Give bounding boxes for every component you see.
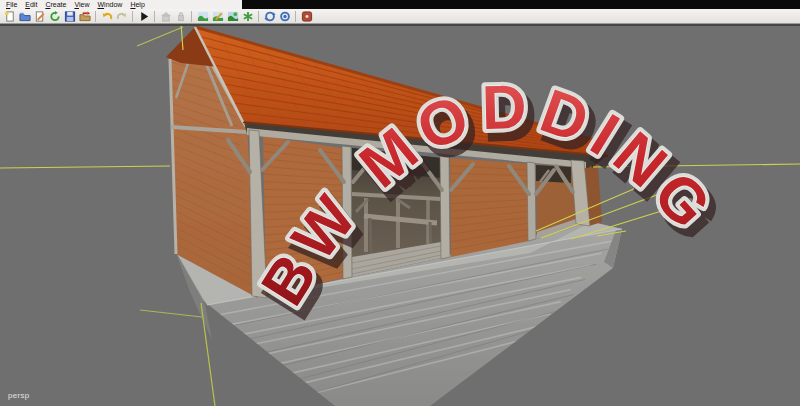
info-icon	[301, 10, 313, 23]
viewport-border	[0, 24, 800, 26]
toolbar-button-terrain-foliage[interactable]	[226, 10, 240, 23]
menu-item-create[interactable]: Create	[41, 0, 70, 9]
menu-bar: FileEditCreateViewWindowHelp	[0, 0, 800, 9]
toolbar-separator	[295, 11, 296, 22]
reload-icon	[49, 10, 61, 23]
toolbar-button-physics-settings[interactable]	[278, 10, 292, 23]
toolbar-button-redo[interactable]	[115, 10, 129, 23]
physics-settings-icon	[279, 10, 291, 23]
viewport-3d[interactable]: BW MODDING BW MODDING BW MODDING	[0, 0, 800, 406]
toolbar-separator	[95, 11, 96, 22]
save-icon	[64, 10, 76, 23]
toolbar-button-physics-toggle[interactable]	[263, 10, 277, 23]
toolbar-button-lock[interactable]	[174, 10, 188, 23]
camera-label: persp	[8, 391, 30, 400]
toolbar-separator	[132, 11, 133, 22]
toolbar-button-save[interactable]	[63, 10, 77, 23]
terrain-sculpt-icon	[197, 10, 209, 23]
menu-item-help[interactable]: Help	[126, 0, 148, 9]
toolbar-button-reload[interactable]	[48, 10, 62, 23]
menu-item-file[interactable]: File	[2, 0, 21, 9]
menu-item-view[interactable]: View	[70, 0, 93, 9]
menu-item-edit[interactable]: Edit	[21, 0, 41, 9]
toolbar-button-foliage-paint[interactable]	[241, 10, 255, 23]
toolbar-separator	[258, 11, 259, 22]
toolbar-separator	[191, 11, 192, 22]
new-file-icon	[4, 10, 16, 23]
menu-items: FileEditCreateViewWindowHelp	[0, 0, 242, 9]
import-file-icon	[34, 10, 46, 23]
redo-icon	[116, 10, 128, 23]
toolbar-button-terrain-paint[interactable]	[211, 10, 225, 23]
toolbar-separator	[154, 11, 155, 22]
terrain-paint-icon	[212, 10, 224, 23]
foliage-paint-icon	[242, 10, 254, 23]
export-file-icon	[79, 10, 91, 23]
toolbar-button-terrain-sculpt[interactable]	[196, 10, 210, 23]
toolbar-button-import-file[interactable]	[33, 10, 47, 23]
toolbar-button-play[interactable]	[137, 10, 151, 23]
menu-item-window[interactable]: Window	[93, 0, 126, 9]
play-icon	[138, 10, 150, 23]
house-icon	[160, 10, 172, 23]
toolbar-button-new-file[interactable]	[3, 10, 17, 23]
toolbar	[0, 9, 800, 24]
undo-icon	[101, 10, 113, 23]
toolbar-button-house[interactable]	[159, 10, 173, 23]
brick-panel-2	[450, 158, 529, 257]
toolbar-button-undo[interactable]	[100, 10, 114, 23]
toolbar-button-info[interactable]	[300, 10, 314, 23]
terrain-foliage-icon	[227, 10, 239, 23]
open-folder-icon	[19, 10, 31, 23]
lock-icon	[175, 10, 187, 23]
physics-toggle-icon	[264, 10, 276, 23]
toolbar-button-open-folder[interactable]	[18, 10, 32, 23]
toolbar-button-export-file[interactable]	[78, 10, 92, 23]
